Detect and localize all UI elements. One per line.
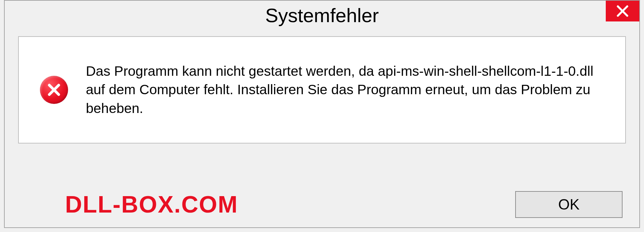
error-message: Das Programm kann nicht gestartet werden… [86,62,608,118]
dialog-title: Systemfehler [265,4,379,26]
close-icon [616,4,629,18]
error-icon-wrap [39,75,69,105]
x-icon [47,82,61,97]
error-dialog: Systemfehler Das Programm kann nicht ges… [4,0,640,228]
titlebar: Systemfehler [5,1,639,31]
content-panel: Das Programm kann nicht gestartet werden… [18,36,626,143]
close-button[interactable] [606,1,639,21]
error-icon [40,76,68,104]
footer: DLL-BOX.COM OK [5,191,639,218]
watermark-text: DLL-BOX.COM [65,191,238,218]
ok-button[interactable]: OK [515,191,623,218]
